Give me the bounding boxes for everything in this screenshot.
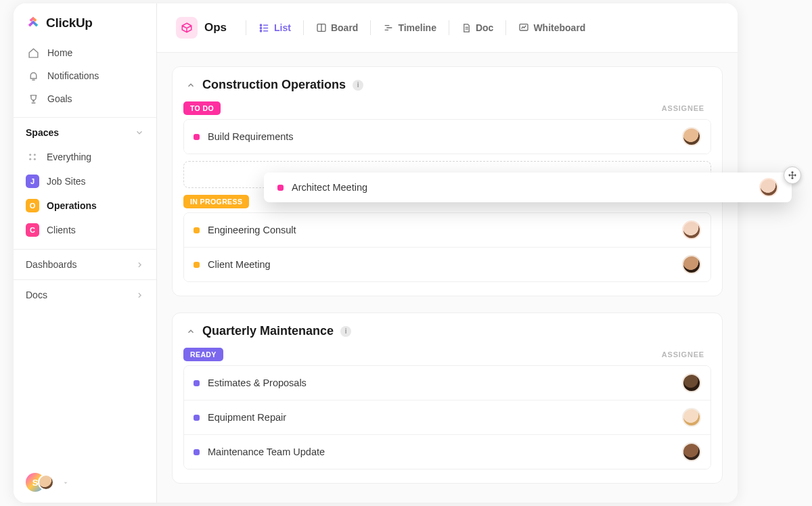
sidebar-everything[interactable]: Everything [14, 145, 156, 169]
group-header[interactable]: Construction Operations i [183, 78, 711, 101]
chevron-right-icon [135, 291, 144, 300]
list-icon [258, 22, 270, 34]
assignee-avatar[interactable] [682, 442, 701, 461]
space-label: Clients [47, 225, 76, 235]
task-row[interactable]: Maintenance Team Update [184, 435, 710, 469]
sidebar-space-jobsites[interactable]: J Job Sites [14, 169, 156, 193]
whiteboard-icon [518, 22, 529, 33]
view-label: Timeline [398, 22, 436, 33]
nav-notifications[interactable]: Notifications [20, 64, 150, 87]
view-tab-list[interactable]: List [257, 20, 292, 37]
space-label: Operations [47, 200, 97, 211]
separator [303, 20, 304, 35]
status-bullet [194, 415, 200, 421]
assignee-avatar[interactable] [682, 408, 701, 427]
assignee-avatar[interactable] [682, 255, 701, 274]
separator [370, 20, 371, 35]
space-label: Job Sites [47, 176, 86, 187]
chevron-up-icon [186, 327, 196, 336]
caret-down-icon [62, 480, 69, 486]
svg-point-4 [261, 24, 262, 26]
content: Construction Operations i TO DO ASSIGNEE… [157, 53, 738, 503]
status-bullet [194, 449, 200, 455]
nav-home[interactable]: Home [20, 41, 150, 64]
space-name: Ops [204, 21, 227, 34]
task-row[interactable]: Estimates & Proposals [184, 366, 710, 400]
sidebar-space-clients[interactable]: C Clients [14, 218, 156, 242]
nav-goals[interactable]: Goals [20, 87, 150, 110]
chevron-up-icon [186, 80, 196, 90]
view-label: Board [331, 22, 358, 33]
task-row[interactable]: Equipment Repair [184, 400, 710, 435]
assignee-avatar[interactable] [759, 178, 778, 197]
svg-point-6 [261, 30, 262, 31]
column-assignee: ASSIGNEE [662, 104, 704, 112]
dragging-task-card[interactable]: Architect Meeting [264, 172, 792, 202]
workspace-switcher[interactable]: S [14, 463, 156, 503]
status-pill-inprogress[interactable]: IN PROGRESS [183, 195, 249, 208]
svg-point-5 [261, 27, 262, 28]
status-pill-ready[interactable]: READY [183, 348, 223, 361]
space-chip[interactable]: Ops [172, 13, 235, 43]
task-list: Engineering Consult Client Meeting [183, 212, 711, 282]
logo-text: ClickUp [46, 16, 93, 30]
view-label: Doc [476, 22, 493, 33]
group-header[interactable]: Quarterly Maintenance i [183, 324, 711, 348]
trophy-icon [27, 93, 39, 105]
board-icon [316, 22, 327, 33]
chevron-right-icon [135, 260, 144, 269]
logo-icon [26, 16, 41, 30]
spaces-header[interactable]: Spaces [14, 117, 156, 145]
view-tab-timeline[interactable]: Timeline [382, 20, 438, 36]
status-pill-todo[interactable]: TO DO [183, 101, 221, 115]
status-bullet [277, 185, 284, 191]
assignee-avatar[interactable] [682, 221, 701, 239]
view-label: Whiteboard [533, 22, 585, 33]
nav-label: Goals [47, 93, 72, 104]
view-tab-doc[interactable]: Doc [460, 20, 495, 36]
task-name: Estimates & Proposals [208, 377, 307, 388]
task-name: Equipment Repair [208, 412, 286, 423]
separator [449, 20, 449, 35]
view-tab-whiteboard[interactable]: Whiteboard [517, 20, 587, 36]
status-row: READY ASSIGNEE [183, 348, 711, 365]
task-name: Maintenance Team Update [208, 446, 325, 457]
view-label: List [274, 22, 291, 33]
app-frame: ClickUp Home Notifications Goals [14, 3, 738, 503]
logo[interactable]: ClickUp [14, 3, 156, 41]
task-row[interactable]: Build Requirements [184, 120, 710, 154]
status-row: TO DO ASSIGNEE [183, 101, 711, 119]
sidebar-dashboards[interactable]: Dashboards [14, 249, 156, 279]
group-title: Quarterly Maintenance [202, 324, 334, 338]
separator [246, 20, 246, 35]
task-row[interactable]: Engineering Consult [184, 213, 710, 248]
space-badge: J [26, 175, 39, 188]
cube-icon [176, 17, 198, 39]
sidebar-docs[interactable]: Docs [14, 279, 156, 310]
task-group: Quarterly Maintenance i READY ASSIGNEE E… [172, 313, 723, 484]
task-name: Client Meeting [208, 259, 271, 270]
assignee-avatar[interactable] [682, 127, 701, 146]
task-list: Estimates & Proposals Equipment Repair [183, 365, 711, 469]
move-cursor-icon [784, 166, 801, 184]
info-icon[interactable]: i [353, 80, 363, 91]
user-avatar-icon [38, 474, 54, 490]
spaces-header-label: Spaces [26, 127, 59, 138]
docs-label: Docs [26, 290, 47, 300]
topbar: Ops List Board Timel [157, 3, 738, 53]
task-list: Build Requirements [183, 119, 711, 154]
view-tab-board[interactable]: Board [315, 20, 359, 36]
grid-dots-icon [26, 150, 39, 164]
nav-label: Home [47, 47, 72, 58]
task-name: Architect Meeting [292, 182, 367, 193]
column-assignee: ASSIGNEE [662, 350, 704, 359]
info-icon[interactable]: i [340, 326, 351, 337]
sidebar-space-operations[interactable]: O Operations [14, 193, 156, 218]
svg-point-3 [34, 158, 36, 160]
doc-icon [461, 23, 472, 33]
status-bullet [194, 134, 200, 140]
task-row[interactable]: Client Meeting [184, 248, 710, 281]
status-bullet [194, 227, 200, 233]
bell-icon [27, 70, 39, 82]
assignee-avatar[interactable] [682, 373, 701, 392]
